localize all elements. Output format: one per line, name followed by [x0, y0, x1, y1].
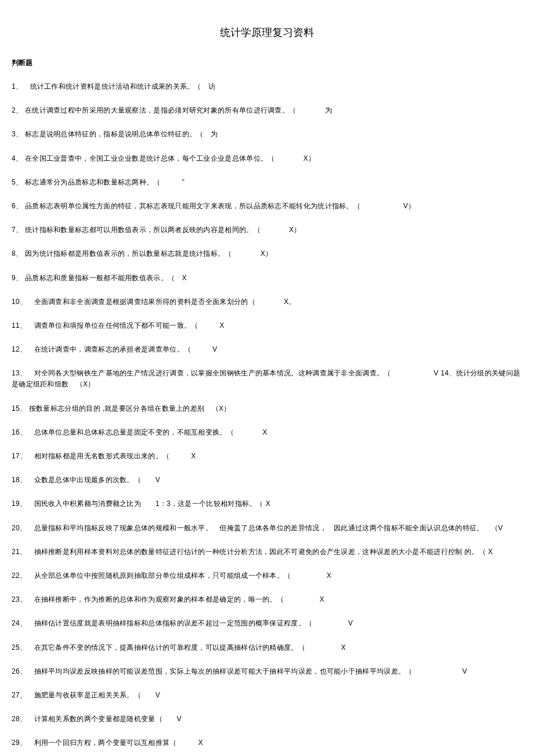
question-item: 4、 在全国工业普查中，全国工业企业数是统计总体，每个工业企业是总体单位。（ X…	[12, 153, 522, 164]
page-title: 统计学原理复习资料	[12, 24, 522, 41]
question-item: 7、 统计指标和数量标志都可以用数值表示，所以两者反映的内容是相同的。（ X）	[12, 225, 522, 236]
question-item: 3、 标志是说明总体特征的，指标是说明总体单位特征的。（ 为	[12, 129, 522, 140]
question-item: 11、 调查单位和填报单位在任何情况下都不可能一致。（ X	[12, 320, 522, 331]
question-item: 13、 对全同各大型钢铁生产基地的生产情况进行调查，以掌握全国钢铁生产的基本情况…	[12, 368, 522, 390]
question-item: 12、 在统计调查中，调查标志的承担者是调查单位。（ V	[12, 344, 522, 355]
question-item: 27、 施肥量与收获率是正相关关系。（ V	[12, 690, 522, 701]
question-item: 9、 品质标志和质量指标一般都不能用数值表示。（ X	[12, 273, 522, 284]
question-item: 15、 按数量标志分组的目的 ,就是要区分各组在数量上的差别 （X）	[12, 403, 522, 414]
question-item: 8、 因为统计指标都是用数值表示的，所以数量标志就是统计指标。（ X）	[12, 248, 522, 259]
question-item: 10、 全面调查和非全面调查是根据调查结果所得的资料是否全面来划分的（ X。	[12, 296, 522, 308]
section-header: 判断题	[12, 57, 522, 68]
question-item: 25、 在其它条件不变的情况下，提高抽样估计的可靠程度，可以提高抽样估计的精确度…	[12, 642, 522, 653]
question-item: 24、 抽样估计置信度就是表明抽样指标和总体指标的误差不超过一定范围的概率保证程…	[12, 618, 522, 629]
question-item: 28、 计算相关系数的两个变量都是随机变量（ V	[12, 714, 522, 725]
question-item: 2、 在统计调查过程中所采用的大量观察法，是指必须对研究对象的所有单位进行调查。…	[12, 105, 522, 116]
question-item: 5、 标志通常分为品质标志和数量标志两种。（ "	[12, 177, 522, 188]
question-item: 22、 从全部总体单位中按照随机原则抽取部分单位组成样本，只可能组成一个样本。（…	[12, 570, 522, 581]
question-item: 21、 抽样推断是利用样本资料对总体的数量特征进行估计的一种统计分析方法，因此不…	[12, 547, 522, 558]
question-item: 17、 相对指标都是用无名数形式表现出来的。（ X	[12, 451, 522, 462]
question-item: 1、 统计工作和统计资料是统计活动和统计成果的关系。（ 访	[12, 81, 522, 92]
question-item: 19、 国民收入中积累额与消费额之比为 1：3，这是一个比较相对指标。（ X	[12, 498, 522, 509]
question-item: 26、 抽样平均均误差反映抽样的可能误差范围，实际上每次的抽样误差可能大于抽样平…	[12, 666, 522, 677]
question-item: 18、 众数是总体中出现最多的次数。（ V	[12, 475, 522, 486]
question-item: 23、 在抽样推断中，作为推断的总体和作为观察对象的样本都是确定的，唯一的。（ …	[12, 594, 522, 605]
question-item: 6、 品质标志表明单位属性方面的特征，其标志表现只能用文字来表现，所以品质标志不…	[12, 201, 522, 212]
question-item: 20、 总量指标和平均指标反映了现象总体的规模和一般水平。 但掩盖了总体各单位的…	[12, 523, 522, 534]
question-item: 16、 总体单位总量和总体标志总量是固定不变的，不能互相变换。（ X	[12, 427, 522, 438]
question-item: 29、 利用一个回归方程，两个变量可以互相推算（ X	[12, 737, 522, 748]
